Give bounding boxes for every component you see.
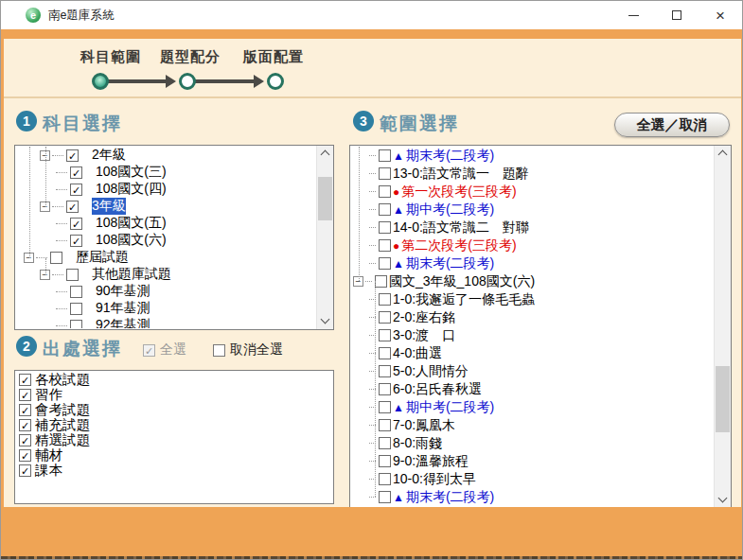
tree-row[interactable]: ▲期末考(二段考) (351, 254, 714, 272)
tree-row[interactable]: 8-0:雨錢 (351, 434, 714, 452)
item-checkbox[interactable] (50, 252, 62, 264)
select-all-toggle-button[interactable]: 全選／取消 (614, 113, 730, 137)
item-checkbox[interactable] (379, 383, 391, 395)
item-checkbox[interactable]: ✓ (70, 218, 82, 230)
source-list-item[interactable]: ✓各校試題 (16, 372, 332, 387)
tree-row[interactable]: ✓108國文(五) (16, 215, 316, 232)
tree-item-label[interactable]: 108國文(五) (96, 215, 167, 232)
tree-row[interactable]: 14-0:語文常識二 對聯 (351, 219, 714, 236)
item-checkbox[interactable] (70, 286, 82, 298)
tree-row[interactable]: 9-0:溫馨旅程 (351, 452, 714, 470)
tree-row[interactable]: 91年基測 (16, 300, 316, 317)
tree-item-label[interactable]: 9-0:溫馨旅程 (393, 453, 469, 470)
item-checkbox[interactable]: ✓ (70, 184, 82, 196)
item-checkbox[interactable] (70, 320, 82, 329)
item-checkbox[interactable]: ✓ (70, 166, 82, 179)
item-checkbox[interactable]: ✓ (19, 464, 31, 477)
tree-item-label[interactable]: ▲期末考(二段考) (393, 148, 494, 165)
tree-row[interactable]: ▲期末考(二段考) (351, 147, 714, 165)
tree-item-label[interactable]: ●第二次段考(三段考) (393, 237, 517, 254)
tree-item-label[interactable]: ▲期末考(二段考) (393, 489, 494, 506)
tree-item-label[interactable]: ▲期中考(二段考) (393, 201, 494, 219)
scroll-down-icon[interactable] (715, 492, 731, 508)
tree-row[interactable]: ✓108國文(三) (16, 164, 316, 181)
tree-row[interactable]: 90年基測 (16, 283, 316, 300)
tree-item-label[interactable]: 國文_3年級_108國文(六) (389, 273, 535, 290)
tree-item-label[interactable]: 108國文(六) (96, 232, 167, 249)
tree-row[interactable]: 1-0:我邂逅了一條毛毛蟲 (351, 290, 714, 308)
tree-item-label[interactable]: 10-0:得到太早 (393, 471, 476, 488)
tree-item-label[interactable]: 108國文(三) (96, 164, 167, 181)
item-checkbox[interactable]: ✓ (19, 389, 31, 401)
item-checkbox[interactable] (379, 203, 391, 216)
tree-item-label[interactable]: 8-0:雨錢 (393, 435, 442, 452)
tree-row[interactable]: ▲期中考(二段考) (351, 201, 714, 219)
tree-item-label[interactable]: 92年基測 (96, 317, 150, 328)
scroll-down-icon[interactable] (317, 313, 333, 329)
tree-item-label[interactable]: 5-0:人間情分 (393, 363, 469, 380)
item-checkbox[interactable]: ✓ (19, 449, 31, 462)
scroll-up-icon[interactable] (317, 146, 333, 162)
maximize-button[interactable] (655, 1, 699, 29)
source-list-item[interactable]: ✓精選試題 (16, 432, 332, 447)
item-checkbox[interactable]: ✓ (70, 235, 82, 247)
select-all-checkbox[interactable]: ✓ 全選 (143, 341, 186, 359)
tree-row[interactable]: 5-0:人間情分 (351, 362, 714, 380)
item-checkbox[interactable]: ✓ (66, 201, 79, 213)
tree-item-label[interactable]: 歷屆試題 (76, 249, 129, 266)
tree-row[interactable]: ▲期中考(二段考) (351, 398, 714, 416)
tree-row[interactable]: ▲期末考(二段考) (351, 488, 714, 506)
item-checkbox[interactable]: ✓ (19, 374, 31, 386)
tree-row[interactable]: −✓3年級 (16, 198, 316, 215)
tree-row[interactable]: 2-0:座右銘 (351, 308, 714, 326)
tree-row[interactable]: −其他題庫試題 (16, 266, 316, 283)
item-checkbox[interactable] (379, 401, 391, 413)
item-checkbox[interactable]: ✓ (19, 419, 31, 431)
item-checkbox[interactable] (379, 455, 391, 467)
tree-item-label[interactable]: 91年基測 (96, 300, 150, 317)
close-button[interactable]: × (699, 1, 742, 29)
tree-row[interactable]: ✓108國文(四) (16, 181, 316, 198)
item-checkbox[interactable] (66, 269, 79, 281)
tree-row[interactable]: 4-0:曲選 (351, 344, 714, 362)
item-checkbox[interactable] (379, 239, 391, 252)
tree-item-label[interactable]: 2年級 (92, 147, 126, 164)
source-list-item[interactable]: ✓課本 (16, 463, 332, 478)
range-tree-scrollbar[interactable] (714, 146, 731, 508)
tree-item-label[interactable]: ▲期末考(二段考) (393, 255, 494, 272)
tree-row[interactable]: ●第二次段考(三段考) (351, 236, 714, 254)
tree-item-label[interactable]: 14-0:語文常識二 對聯 (393, 219, 529, 236)
item-checkbox[interactable]: ✓ (19, 404, 31, 416)
item-checkbox[interactable] (70, 303, 82, 315)
item-checkbox[interactable] (379, 311, 391, 324)
minimize-button[interactable] (611, 1, 655, 29)
tree-item-label[interactable]: 3年級 (92, 198, 126, 215)
tree-row[interactable]: −✓2年級 (16, 147, 316, 164)
item-checkbox[interactable]: ✓ (66, 149, 79, 162)
item-checkbox[interactable] (379, 473, 391, 485)
item-checkbox[interactable] (379, 185, 391, 198)
tree-item-label[interactable]: 4-0:曲選 (393, 345, 442, 362)
tree-item-label[interactable]: 6-0:呂氏春秋選 (393, 381, 482, 398)
tree-row[interactable]: 13-0:語文常識一 題辭 (351, 165, 714, 183)
subject-tree-scrollbar[interactable] (316, 146, 333, 329)
tree-row[interactable]: 6-0:呂氏春秋選 (351, 380, 714, 398)
item-checkbox[interactable] (375, 275, 387, 288)
tree-item-label[interactable]: 13-0:語文常識一 題辭 (393, 166, 529, 183)
tree-row[interactable]: 92年基測 (16, 317, 316, 328)
tree-row[interactable]: ✓108國文(六) (16, 232, 316, 249)
item-checkbox[interactable]: ✓ (19, 434, 31, 446)
item-checkbox[interactable] (379, 365, 391, 377)
scroll-up-icon[interactable] (715, 146, 731, 162)
item-checkbox[interactable] (379, 329, 391, 341)
item-checkbox[interactable] (379, 491, 391, 503)
tree-row[interactable]: −國文_3年級_108國文(六) (351, 272, 714, 290)
item-checkbox[interactable] (379, 149, 391, 162)
tree-item-label[interactable]: 108國文(四) (96, 181, 167, 198)
source-list-item[interactable]: ✓輔材 (16, 447, 332, 463)
item-checkbox[interactable] (379, 437, 391, 449)
item-checkbox[interactable] (379, 257, 391, 270)
tree-item-label[interactable]: ▲期中考(二段考) (393, 399, 494, 416)
item-checkbox[interactable] (379, 221, 391, 234)
tree-row[interactable]: ●第一次段考(三段考) (351, 183, 714, 201)
